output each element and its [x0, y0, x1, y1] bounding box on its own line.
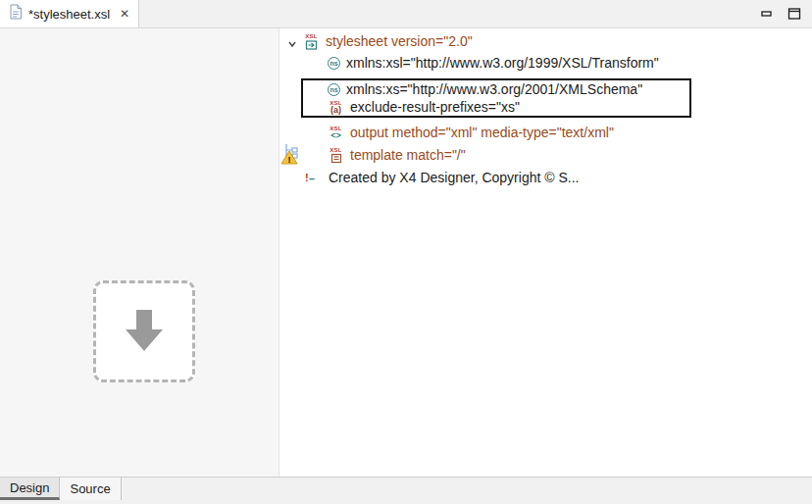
tab-close-icon[interactable]: ✕ [120, 8, 129, 20]
tree-row-template[interactable]: XSL template match="/" [328, 144, 466, 166]
tree-row-stylesheet[interactable]: XSL stylesheet version="2.0" [287, 30, 473, 52]
bottom-tab-bar: Design Source [0, 477, 812, 504]
chevron-down-icon[interactable] [287, 36, 297, 46]
tree-row-label: exclude-result-prefixes="xs" [350, 99, 520, 115]
tab-source[interactable]: Source [60, 478, 121, 500]
design-canvas [0, 28, 279, 477]
xsl-attribute-icon: XSL (a) [328, 100, 344, 115]
drop-target-zone[interactable] [93, 280, 195, 382]
tree-row-label: xmlns:xsl="http://www.w3.org/1999/XSL/Tr… [346, 55, 659, 71]
tree-row-exclude-result-prefixes[interactable]: XSL (a) exclude-result-prefixes="xs" [303, 98, 689, 116]
editor-tab-stylesheet[interactable]: *stylesheet.xsl ✕ [0, 0, 139, 27]
warning-hierarchy-icon: ! [281, 142, 303, 166]
tab-design[interactable]: Design [0, 478, 60, 500]
xsl-stylesheet-icon: XSL [303, 33, 320, 50]
tree-row-label: xmlns:xs="http://www.w3.org/2001/XMLSche… [346, 81, 642, 97]
tree-row-comment[interactable]: !-- Created by X4 Designer, Copyright © … [305, 167, 579, 188]
tree-row-xmlns-xs[interactable]: ns xmlns:xs="http://www.w3.org/2001/XMLS… [303, 80, 689, 98]
namespace-icon: ns [328, 57, 340, 70]
drop-arrow-icon [117, 302, 172, 361]
editor-content: XSL stylesheet version="2.0" ns xmlns:xs… [0, 28, 812, 477]
xml-file-icon [9, 4, 23, 24]
tree-row-label: stylesheet version="2.0" [326, 33, 473, 49]
tree-row-label: template match="/" [350, 147, 466, 163]
xsl-editor-window: *stylesheet.xsl ✕ [0, 0, 812, 504]
xsl-output-icon: XSL <> [328, 126, 344, 140]
minimize-view-icon[interactable] [759, 6, 775, 22]
tree-row-label: output method="xml" media-type="text/xml… [350, 125, 614, 140]
xsl-template-icon: XSL [328, 147, 344, 164]
tree-row-output[interactable]: XSL <> output method="xml" media-type="t… [328, 122, 614, 143]
namespace-icon: ns [328, 83, 340, 96]
maximize-view-icon[interactable] [787, 6, 802, 22]
svg-text:!: ! [288, 155, 291, 165]
editor-tab-bar: *stylesheet.xsl ✕ [0, 0, 812, 28]
tree-row-label: Created by X4 Designer, Copyright © S... [329, 170, 579, 185]
xsl-tree-panel: XSL stylesheet version="2.0" ns xmlns:xs… [279, 28, 812, 477]
editor-tab-title: *stylesheet.xsl [28, 7, 110, 22]
tree-row-xmlns-xsl[interactable]: ns xmlns:xsl="http://www.w3.org/1999/XSL… [328, 52, 659, 74]
comment-icon: !-- [305, 172, 323, 183]
selection-rectangle: ns xmlns:xs="http://www.w3.org/2001/XMLS… [301, 78, 691, 118]
